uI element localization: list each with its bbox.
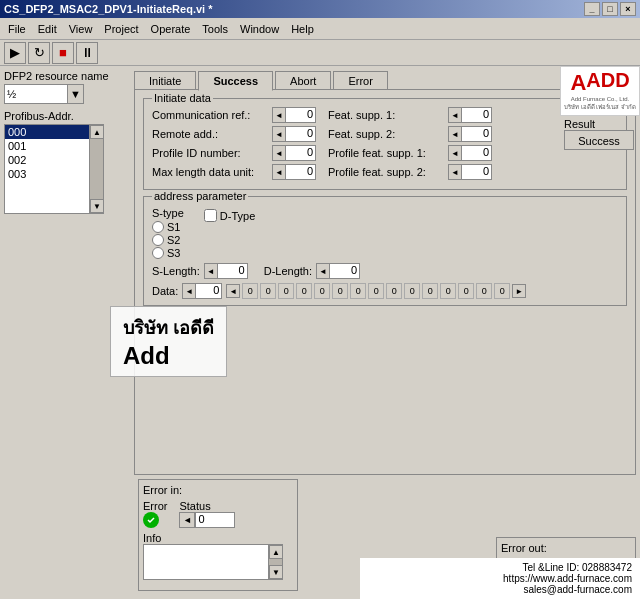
profile-id-field[interactable]: 0 (286, 145, 316, 161)
remote-add-dec[interactable]: ◄ (272, 126, 286, 142)
slength-label: S-Length: (152, 265, 200, 277)
stype-label: S-type (152, 207, 184, 219)
max-length-field[interactable]: 0 (286, 164, 316, 180)
result-field: Success (564, 130, 634, 150)
status-field[interactable]: 0 (195, 512, 235, 528)
scroll-up-button[interactable]: ▲ (90, 125, 104, 139)
comm-ref-dec[interactable]: ◄ (272, 107, 286, 123)
data-row: Data: ◄ 0 ◄ 0 0 0 0 0 0 0 0 (152, 283, 618, 299)
combo-arrow[interactable]: ▼ (67, 85, 83, 103)
slength-field[interactable]: 0 (218, 263, 248, 279)
feat-supp1-label: Feat. supp. 1: (328, 109, 448, 121)
add-logo-brand: ADD (586, 70, 629, 90)
info-scroll[interactable]: ▲ ▼ (268, 545, 282, 579)
menu-operate[interactable]: Operate (145, 21, 197, 37)
tab-success[interactable]: Success (198, 71, 273, 91)
status-dec[interactable]: ◄ (179, 512, 195, 528)
profile-id-dec[interactable]: ◄ (272, 145, 286, 161)
dlength-dec[interactable]: ◄ (316, 263, 330, 279)
profibus-item-002[interactable]: 002 (5, 153, 89, 167)
profile-feat-supp1-field[interactable]: 0 (462, 145, 492, 161)
window-controls[interactable]: _ □ × (584, 2, 636, 16)
slength-item: S-Length: ◄ 0 (152, 263, 248, 279)
tab-abort[interactable]: Abort (275, 71, 331, 91)
result-label: Result (564, 118, 636, 130)
comm-ref-field[interactable]: 0 (286, 107, 316, 123)
initiate-data-section: Initiate data Communication ref.: ◄ 0 (143, 98, 627, 190)
dtype-checkbox[interactable] (204, 209, 217, 222)
profibus-item-000[interactable]: 000 (5, 125, 89, 139)
main-content: DFP2 resource name ½ ▼ Profibus-Addr. 00… (0, 66, 640, 599)
dlength-field[interactable]: 0 (330, 263, 360, 279)
menu-edit[interactable]: Edit (32, 21, 63, 37)
data-scroll-right-btn[interactable]: ► (512, 284, 526, 298)
data-first-field[interactable]: 0 (196, 283, 222, 299)
data-cell-15: 0 (494, 283, 510, 299)
run-button[interactable]: ▶ (4, 42, 26, 64)
info-scroll-up[interactable]: ▲ (269, 545, 283, 559)
data-scroll-left-btn[interactable]: ◄ (226, 284, 240, 298)
info-scroll-down[interactable]: ▼ (269, 565, 283, 579)
feat-supp1-dec[interactable]: ◄ (448, 107, 462, 123)
feat-supp2-field[interactable]: 0 (462, 126, 492, 142)
profibus-item-003[interactable]: 003 (5, 167, 89, 181)
info-section: Info ▲ ▼ (143, 532, 293, 580)
result-box: Result Success (560, 116, 640, 152)
minimize-button[interactable]: _ (584, 2, 600, 16)
menu-window[interactable]: Window (234, 21, 285, 37)
add-logo-area: A ADD Add Furnace Co., Ltd. บริษัท เอดีด… (560, 66, 640, 116)
right-fields: Feat. supp. 1: ◄ 0 Feat. supp. 2: ◄ 0 (328, 107, 492, 183)
info-field[interactable]: ▲ ▼ (143, 544, 283, 580)
profibus-item-001[interactable]: 001 (5, 139, 89, 153)
feat-supp1-field[interactable]: 0 (462, 107, 492, 123)
profile-feat-supp1-row: Profile feat. supp. 1: ◄ 0 (328, 145, 492, 161)
comm-ref-label: Communication ref.: (152, 109, 272, 121)
info-label: Info (143, 532, 293, 544)
profile-feat-supp1-dec[interactable]: ◄ (448, 145, 462, 161)
profile-feat-supp2-dec[interactable]: ◄ (448, 164, 462, 180)
address-section: address parameter S-type S1 S2 (143, 196, 627, 306)
tab-initiate[interactable]: Initiate (134, 71, 196, 91)
slength-dec[interactable]: ◄ (204, 263, 218, 279)
status-label: Status (179, 500, 210, 512)
contact-line1: Tel &Line ID: 028883472 (368, 562, 632, 573)
title-text: CS_DFP2_MSAC2_DPV1-InitiateReq.vi * (4, 3, 212, 15)
dfp2-combo[interactable]: ½ ▼ (4, 84, 84, 104)
close-button[interactable]: × (620, 2, 636, 16)
data-dec[interactable]: ◄ (182, 283, 196, 299)
stype-s1: S1 (152, 221, 184, 233)
stype-s1-radio[interactable] (152, 221, 164, 233)
menu-view[interactable]: View (63, 21, 99, 37)
profibus-scrollbar[interactable]: ▲ ▼ (89, 125, 103, 213)
profile-id-row: Profile ID number: ◄ 0 (152, 145, 316, 161)
profile-feat-supp2-label: Profile feat. supp. 2: (328, 166, 448, 178)
maximize-button[interactable]: □ (602, 2, 618, 16)
add-logo-sub1: Add Furnace Co., Ltd. (571, 96, 630, 102)
stype-s2-radio[interactable] (152, 234, 164, 246)
run-continuous-button[interactable]: ↻ (28, 42, 50, 64)
feat-supp2-dec[interactable]: ◄ (448, 126, 462, 142)
contact-bar: Tel &Line ID: 028883472 https://www.add-… (360, 558, 640, 599)
address-section-title: address parameter (152, 190, 248, 202)
profile-feat-supp2-field[interactable]: 0 (462, 164, 492, 180)
contact-line3: sales@add-furnace.com (368, 584, 632, 595)
menu-file[interactable]: File (2, 21, 32, 37)
stype-s3-radio[interactable] (152, 247, 164, 259)
error-in-box: Error in: Error Status ◄ 0 (138, 479, 298, 591)
scroll-down-button[interactable]: ▼ (90, 199, 104, 213)
error-status-row: Error Status ◄ 0 (143, 500, 293, 528)
max-length-dec[interactable]: ◄ (272, 164, 286, 180)
menu-help[interactable]: Help (285, 21, 320, 37)
pause-button[interactable]: ⏸ (76, 42, 98, 64)
stop-button[interactable]: ■ (52, 42, 74, 64)
remote-add-field[interactable]: 0 (286, 126, 316, 142)
tab-error[interactable]: Error (333, 71, 387, 91)
max-length-label: Max length data unit: (152, 166, 272, 178)
menu-tools[interactable]: Tools (196, 21, 234, 37)
data-cell-9: 0 (386, 283, 402, 299)
profile-feat-supp1-label: Profile feat. supp. 1: (328, 147, 448, 159)
data-cell-2: 0 (260, 283, 276, 299)
menu-project[interactable]: Project (98, 21, 144, 37)
error-label: Error (143, 500, 167, 512)
profibus-list[interactable]: 000 001 002 003 ▲ ▼ (4, 124, 104, 214)
